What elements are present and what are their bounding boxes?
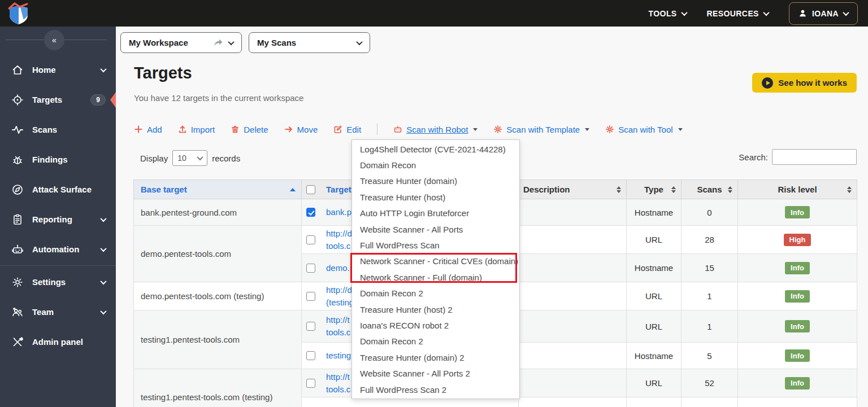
sidebar-item-label: Scans bbox=[32, 125, 106, 134]
cta-label: See how it works bbox=[778, 78, 847, 87]
row-checkbox[interactable] bbox=[306, 351, 315, 360]
workspace-selector[interactable]: My Workspace bbox=[120, 32, 242, 53]
robot-menu-item[interactable]: Treasure Hunter (domain) 2 bbox=[352, 349, 519, 365]
sidebar-item-settings[interactable]: Settings bbox=[0, 267, 116, 297]
header-type[interactable]: Type bbox=[627, 180, 682, 199]
display-records-control: Display 10 records bbox=[140, 150, 240, 166]
robot-menu-item[interactable]: Full WordPress Scan 2 bbox=[352, 382, 519, 397]
robot-menu-item[interactable]: Network Scanner - Critical CVEs (domain) bbox=[352, 253, 519, 269]
row-checkbox[interactable] bbox=[306, 208, 315, 217]
header-base-target[interactable]: Base target bbox=[134, 180, 302, 199]
risk-cell bbox=[738, 397, 857, 407]
robot-menu-item[interactable]: Treasure Hunter (host) 2 bbox=[352, 301, 519, 317]
search-input[interactable] bbox=[772, 149, 857, 165]
target-icon bbox=[11, 94, 24, 106]
sidebar-item-label: Reporting bbox=[32, 215, 93, 224]
target-link[interactable]: testing bbox=[326, 349, 351, 362]
sort-icon bbox=[671, 186, 676, 193]
risk-badge: Info bbox=[785, 349, 810, 362]
search-label: Search: bbox=[739, 152, 768, 162]
sidebar-item-home[interactable]: Home bbox=[0, 55, 116, 85]
target-link[interactable]: bank.p bbox=[326, 206, 351, 218]
user-menu-button[interactable]: IOANA bbox=[789, 2, 858, 25]
risk-cell: Info bbox=[738, 369, 857, 397]
target-link[interactable]: http://ttools.c bbox=[326, 314, 350, 339]
delete-button[interactable]: Delete bbox=[231, 125, 268, 134]
chevron-down-icon bbox=[356, 38, 362, 45]
row-checkbox[interactable] bbox=[306, 264, 315, 273]
import-button[interactable]: Import bbox=[178, 125, 215, 134]
robot-menu-item[interactable]: Log4Shell Detector (CVE-2021-44228) bbox=[352, 141, 519, 157]
workspace-bar: My Workspace My Scans bbox=[120, 32, 370, 53]
row-checkbox[interactable] bbox=[306, 292, 315, 301]
see-how-it-works-button[interactable]: See how it works bbox=[752, 73, 857, 93]
header-description[interactable]: Description bbox=[519, 180, 627, 199]
risk-badge: Info bbox=[785, 206, 810, 218]
row-checkbox[interactable] bbox=[306, 322, 315, 331]
sidebar-item-admin-panel[interactable]: Admin panel bbox=[0, 327, 116, 357]
header-scans[interactable]: Scans bbox=[682, 180, 738, 199]
header-label: Scans bbox=[697, 185, 722, 194]
sidebar-collapse-row: « bbox=[0, 27, 116, 51]
description-cell bbox=[519, 226, 627, 254]
description-cell bbox=[519, 282, 627, 310]
row-checkbox[interactable] bbox=[306, 235, 315, 244]
robot-menu-item[interactable]: Network Scanner - Full (domain) bbox=[352, 269, 519, 285]
scan-with-template-button[interactable]: Scan with Template bbox=[493, 125, 589, 134]
sidebar-item-label: Admin panel bbox=[32, 337, 106, 347]
scans-selector-label: My Scans bbox=[257, 38, 351, 47]
robot-menu-item[interactable]: Treasure Hunter (host) bbox=[352, 189, 519, 205]
chevron-down-icon bbox=[197, 154, 203, 160]
target-link[interactable]: demo.p bbox=[326, 262, 354, 274]
caret-down-icon bbox=[473, 128, 478, 131]
robot-menu-item[interactable]: Domain Recon bbox=[352, 157, 519, 173]
scans-cell: 1 bbox=[682, 310, 738, 343]
records-label: records bbox=[212, 154, 240, 163]
robot-menu-item[interactable]: Full WordPress Scan bbox=[352, 237, 519, 253]
sidebar-item-automation[interactable]: Automation bbox=[0, 234, 116, 264]
robot-menu-item[interactable]: Domain Recon 2 bbox=[352, 334, 519, 349]
resources-menu[interactable]: RESOURCES bbox=[707, 9, 769, 18]
robot-menu-item[interactable]: Treasure Hunter (domain) bbox=[352, 173, 519, 189]
header-risk-level[interactable]: Risk level bbox=[738, 180, 857, 199]
edit-button[interactable]: Edit bbox=[333, 125, 361, 134]
chevron-down-icon bbox=[763, 9, 769, 15]
scans-cell: 5 bbox=[682, 343, 738, 369]
description-cell bbox=[519, 310, 627, 343]
add-button[interactable]: Add bbox=[134, 125, 162, 134]
sidebar-collapse-button[interactable]: « bbox=[44, 30, 64, 50]
workspace-selector-label: My Workspace bbox=[129, 38, 208, 47]
sidebar-item-label: Attack Surface bbox=[32, 185, 106, 194]
search-control: Search: bbox=[739, 149, 857, 165]
sidebar-item-label: Settings bbox=[32, 277, 93, 287]
sidebar-item-targets[interactable]: Targets 9 bbox=[0, 85, 116, 115]
select-all-checkbox[interactable] bbox=[306, 185, 315, 194]
sidebar-item-attack-surface[interactable]: Attack Surface bbox=[0, 174, 116, 204]
scan-with-tool-button[interactable]: Scan with Tool bbox=[605, 125, 682, 134]
target-link[interactable]: http://d(testing bbox=[326, 284, 354, 309]
display-count-select[interactable]: 10 bbox=[172, 150, 207, 166]
pentest-tools-logo-icon[interactable] bbox=[7, 2, 32, 25]
robot-menu-item[interactable]: Auto HTTP Login Bruteforcer bbox=[352, 205, 519, 221]
tools-menu[interactable]: TOOLS bbox=[649, 9, 687, 18]
sidebar-item-scans[interactable]: Scans bbox=[0, 115, 116, 145]
robot-menu-item[interactable]: Ioana's RECON robot 2 bbox=[352, 317, 519, 333]
clipboard-icon bbox=[11, 213, 24, 226]
sidebar-item-label: Home bbox=[32, 65, 93, 75]
scan-with-robot-button[interactable]: Scan with Robot bbox=[393, 125, 478, 134]
sidebar-item-reporting[interactable]: Reporting bbox=[0, 204, 116, 234]
collapse-icon: « bbox=[52, 36, 57, 45]
robot-menu-item[interactable]: Domain Recon 2 bbox=[352, 286, 519, 301]
chevron-down-icon bbox=[100, 215, 106, 221]
row-checkbox[interactable] bbox=[306, 379, 315, 388]
move-button[interactable]: Move bbox=[284, 125, 318, 134]
scans-selector[interactable]: My Scans bbox=[249, 32, 370, 53]
compass-icon bbox=[11, 183, 24, 196]
sidebar-item-team[interactable]: Team bbox=[0, 297, 116, 327]
target-link[interactable]: http://dtools.c bbox=[326, 227, 352, 252]
robot-menu-item[interactable]: Website Scanner - All Ports bbox=[352, 221, 519, 237]
robot-menu-item[interactable]: Website Scanner - All Ports 2 bbox=[352, 365, 519, 381]
base-target-cell: bank.pentest-ground.com bbox=[134, 199, 302, 226]
target-link[interactable]: http://ttools.c bbox=[326, 371, 350, 396]
sidebar-item-findings[interactable]: Findings bbox=[0, 145, 116, 174]
